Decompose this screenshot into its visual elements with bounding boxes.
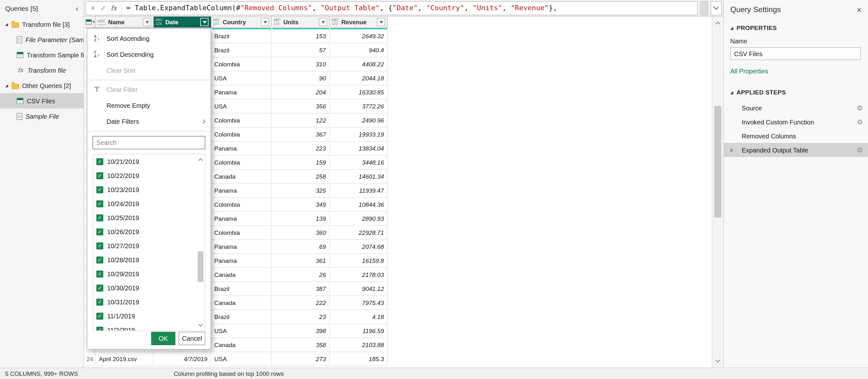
cell-name[interactable]: April 2019.csv: [96, 352, 154, 366]
cell-revenue[interactable]: 16330.85: [330, 86, 388, 99]
cell-country[interactable]: USA: [211, 352, 272, 366]
filter-button-country[interactable]: [261, 18, 269, 26]
checked-checkbox[interactable]: ✓: [96, 214, 103, 221]
cell-units[interactable]: 223: [272, 142, 330, 156]
cell-country[interactable]: Colombia: [211, 156, 272, 170]
cell-country[interactable]: Brazil: [211, 29, 272, 43]
filter-list-scrollbar[interactable]: [196, 154, 205, 330]
query-name-input[interactable]: [730, 47, 861, 60]
cancel-button[interactable]: Cancel: [179, 332, 205, 345]
checked-checkbox[interactable]: ✓: [96, 186, 103, 193]
checked-checkbox[interactable]: ✓: [96, 242, 103, 249]
cell-units[interactable]: 273: [272, 352, 330, 366]
ok-button[interactable]: OK: [151, 332, 175, 345]
cell-country[interactable]: USA: [211, 324, 272, 338]
filter-button-revenue[interactable]: [377, 18, 385, 26]
filter-value-item[interactable]: ✓10/27/2019: [93, 239, 196, 253]
cell-revenue[interactable]: 940.4: [330, 43, 388, 57]
cell-country[interactable]: Panama: [211, 86, 272, 99]
query-item-other-queries-2[interactable]: ◢Other Queries [2]: [0, 78, 84, 93]
cell-country[interactable]: Brazil: [211, 43, 272, 57]
query-item-file-parameter-sample-file[interactable]: File Parameter (Sample File): [0, 32, 84, 47]
column-header-country[interactable]: ABC123 Country: [211, 17, 272, 28]
filter-value-item[interactable]: ✓10/25/2019: [93, 210, 196, 225]
cell-country[interactable]: Colombia: [211, 127, 272, 142]
checked-checkbox[interactable]: ✓: [96, 270, 103, 277]
query-item-transform-file-3[interactable]: ◢Transform file [3]: [0, 17, 84, 32]
query-item-transform-file[interactable]: fxTransform file: [0, 62, 84, 78]
cell-num[interactable]: 24: [85, 352, 96, 366]
scrollbar-thumb[interactable]: [198, 252, 204, 282]
cell-revenue[interactable]: 2074.68: [330, 240, 388, 254]
cell-revenue[interactable]: 9041.12: [330, 282, 388, 296]
fx-add-step-icon[interactable]: fx: [111, 5, 117, 11]
filter-search-input[interactable]: [92, 136, 205, 149]
cell-units[interactable]: 258: [272, 170, 330, 184]
cell-revenue[interactable]: 16159.8: [330, 254, 388, 268]
query-item-csv-files[interactable]: CSV Files: [0, 93, 84, 109]
cell-country[interactable]: Panama: [211, 254, 272, 268]
cell-revenue[interactable]: 11939.47: [330, 184, 388, 198]
filter-value-item[interactable]: ✓10/31/2019: [93, 295, 196, 309]
menu-item-sort-ascending[interactable]: AZ↓ Sort Ascending: [87, 31, 211, 47]
cell-country[interactable]: Canada: [211, 338, 272, 352]
applied-step-invoked-custom-function[interactable]: Invoked Custom Function⚙: [724, 115, 868, 129]
cell-country[interactable]: Canada: [211, 268, 272, 282]
filter-value-item[interactable]: ✓10/26/2019: [93, 225, 196, 239]
cell-units[interactable]: 360: [272, 226, 330, 240]
applied-steps-section-header[interactable]: ◢ APPLIED STEPS: [724, 89, 868, 96]
checked-checkbox[interactable]: ✓: [96, 326, 103, 331]
filter-button-date[interactable]: [200, 18, 209, 26]
cancel-formula-icon[interactable]: ×: [91, 4, 95, 12]
cell-units[interactable]: 26: [272, 268, 330, 282]
cell-revenue[interactable]: 2490.96: [330, 114, 388, 127]
cell-revenue[interactable]: 1196.59: [330, 324, 388, 338]
checked-checkbox[interactable]: ✓: [96, 158, 103, 165]
cell-country[interactable]: Panama: [211, 184, 272, 198]
filter-value-item[interactable]: ✓10/22/2019: [93, 169, 196, 182]
cell-revenue[interactable]: 10844.36: [330, 198, 388, 212]
scroll-up-button[interactable]: [712, 18, 723, 28]
all-properties-link[interactable]: All Properties: [730, 68, 768, 75]
cell-country[interactable]: Brazil: [211, 282, 272, 296]
checked-checkbox[interactable]: ✓: [96, 284, 103, 291]
cell-country[interactable]: Brazil: [211, 310, 272, 324]
cell-units[interactable]: 367: [272, 127, 330, 142]
properties-section-header[interactable]: ◢ PROPERTIES: [724, 24, 868, 31]
checked-checkbox[interactable]: ✓: [96, 312, 103, 319]
column-header-units[interactable]: ABC123 Units: [272, 17, 330, 28]
scroll-down-button[interactable]: [712, 356, 723, 366]
cell-units[interactable]: 398: [272, 324, 330, 338]
cell-units[interactable]: 204: [272, 86, 330, 99]
vertical-scrollbar[interactable]: [712, 17, 723, 368]
expanded-triangle-icon[interactable]: ◢: [5, 22, 8, 26]
cell-units[interactable]: 310: [272, 57, 330, 71]
cell-units[interactable]: 349: [272, 198, 330, 212]
collapse-pane-icon[interactable]: ‹: [75, 4, 79, 12]
column-header-revenue[interactable]: ABC123 Revenue: [330, 17, 388, 28]
cell-country[interactable]: Colombia: [211, 198, 272, 212]
cell-units[interactable]: 358: [272, 338, 330, 352]
cell-units[interactable]: 361: [272, 254, 330, 268]
menu-item-date-filters[interactable]: Date Filters: [87, 114, 211, 129]
table-menu-button[interactable]: [85, 17, 96, 28]
cell-units[interactable]: 325: [272, 184, 330, 198]
step-settings-gear-icon[interactable]: ⚙: [857, 146, 863, 153]
filter-value-item[interactable]: ✓10/29/2019: [93, 267, 196, 281]
cell-revenue[interactable]: 2103.88: [330, 338, 388, 352]
cell-units[interactable]: 69: [272, 240, 330, 254]
expanded-triangle-icon[interactable]: ◢: [5, 84, 8, 87]
filter-button-units[interactable]: [319, 18, 327, 26]
cell-revenue[interactable]: 3772.26: [330, 99, 388, 114]
cell-units[interactable]: 387: [272, 282, 330, 296]
cell-country[interactable]: Colombia: [211, 114, 272, 127]
filter-value-item[interactable]: ✓10/30/2019: [93, 281, 196, 295]
cell-units[interactable]: 122: [272, 114, 330, 127]
cell-revenue[interactable]: 4408.22: [330, 57, 388, 71]
filter-value-item[interactable]: ✓10/24/2019: [93, 197, 196, 210]
cell-revenue[interactable]: 22928.71: [330, 226, 388, 240]
filter-value-item[interactable]: ✓11/2/2019: [93, 323, 196, 331]
column-header-name[interactable]: ABC Name: [96, 17, 154, 28]
checked-checkbox[interactable]: ✓: [96, 256, 103, 263]
checked-checkbox[interactable]: ✓: [96, 298, 103, 305]
